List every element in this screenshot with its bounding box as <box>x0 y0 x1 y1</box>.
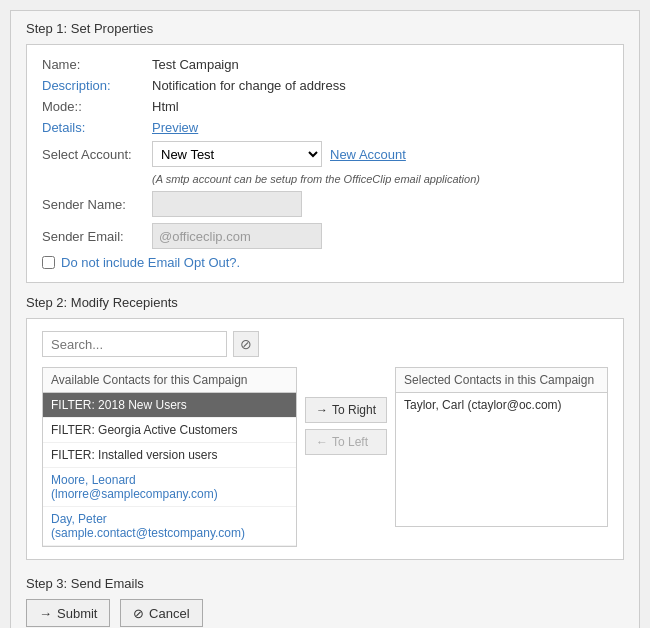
opt-out-row: Do not include Email Opt Out?. <box>42 255 608 270</box>
mode-value: Html <box>152 99 179 114</box>
step2-section: ⊘ Available Contacts for this Campaign F… <box>26 318 624 560</box>
step1-header: Step 1: Set Properties <box>26 21 624 36</box>
list-item[interactable]: FILTER: Georgia Active Customers <box>43 418 296 443</box>
available-list-header: Available Contacts for this Campaign <box>43 368 296 393</box>
preview-link[interactable]: Preview <box>152 120 198 135</box>
name-row: Name: Test Campaign <box>42 57 608 72</box>
to-right-button[interactable]: → To Right <box>305 397 387 423</box>
selected-list-header: Selected Contacts in this Campaign <box>396 368 607 393</box>
list-item[interactable]: FILTER: Installed version users <box>43 443 296 468</box>
details-label: Details: <box>42 120 152 135</box>
to-left-label: To Left <box>332 435 368 449</box>
select-account-row: Select Account: New Test New Account <box>42 141 608 167</box>
cancel-button[interactable]: ⊘ Cancel <box>120 599 202 627</box>
step3-buttons: → Submit ⊘ Cancel <box>26 599 624 627</box>
name-value: Test Campaign <box>152 57 239 72</box>
to-left-button[interactable]: ← To Left <box>305 429 387 455</box>
mode-label: Mode:: <box>42 99 152 114</box>
lists-container: Available Contacts for this Campaign FIL… <box>42 367 608 547</box>
submit-label: Submit <box>57 606 97 621</box>
cancel-icon: ⊘ <box>133 606 144 621</box>
arrow-left-icon: ← <box>316 435 328 449</box>
select-account-controls: New Test New Account <box>152 141 406 167</box>
sender-name-row: Sender Name: <box>42 191 608 217</box>
name-label: Name: <box>42 57 152 72</box>
step2-header: Step 2: Modify Recepients <box>26 295 624 310</box>
sender-email-row: Sender Email: <box>42 223 608 249</box>
description-row: Description: Notification for change of … <box>42 78 608 93</box>
new-account-link[interactable]: New Account <box>330 147 406 162</box>
sender-email-label: Sender Email: <box>42 229 152 244</box>
smtp-hint: (A smtp account can be setup from the Of… <box>152 173 608 185</box>
sender-email-input[interactable] <box>152 223 322 249</box>
step1-section: Name: Test Campaign Description: Notific… <box>26 44 624 283</box>
select-account-label: Select Account: <box>42 147 152 162</box>
to-right-label: To Right <box>332 403 376 417</box>
account-select[interactable]: New Test <box>152 141 322 167</box>
selected-list-box: Selected Contacts in this Campaign Taylo… <box>395 367 608 527</box>
cancel-label: Cancel <box>149 606 189 621</box>
list-item[interactable]: Moore, Leonard (lmorre@samplecompany.com… <box>43 468 296 507</box>
details-row: Details: Preview <box>42 120 608 135</box>
description-label: Description: <box>42 78 152 93</box>
main-container: Step 1: Set Properties Name: Test Campai… <box>10 10 640 628</box>
search-clear-button[interactable]: ⊘ <box>233 331 259 357</box>
opt-out-checkbox[interactable] <box>42 256 55 269</box>
selected-list-item[interactable]: Taylor, Carl (ctaylor@oc.com) <box>396 393 607 417</box>
opt-out-label: Do not include Email Opt Out?. <box>61 255 240 270</box>
sender-name-input[interactable] <box>152 191 302 217</box>
sender-name-label: Sender Name: <box>42 197 152 212</box>
available-list-box: Available Contacts for this Campaign FIL… <box>42 367 297 547</box>
step3-header: Step 3: Send Emails <box>26 576 624 591</box>
list-item[interactable]: FILTER: 2018 New Users <box>43 393 296 418</box>
submit-button[interactable]: → Submit <box>26 599 110 627</box>
mode-row: Mode:: Html <box>42 99 608 114</box>
search-input[interactable] <box>42 331 227 357</box>
search-row: ⊘ <box>42 331 608 357</box>
submit-arrow-icon: → <box>39 606 52 621</box>
arrows-column: → To Right ← To Left <box>305 367 387 455</box>
step3-section: Step 3: Send Emails → Submit ⊘ Cancel <box>26 572 624 627</box>
arrow-right-icon: → <box>316 403 328 417</box>
description-value: Notification for change of address <box>152 78 346 93</box>
list-item[interactable]: Day, Peter (sample.contact@testcompany.c… <box>43 507 296 546</box>
